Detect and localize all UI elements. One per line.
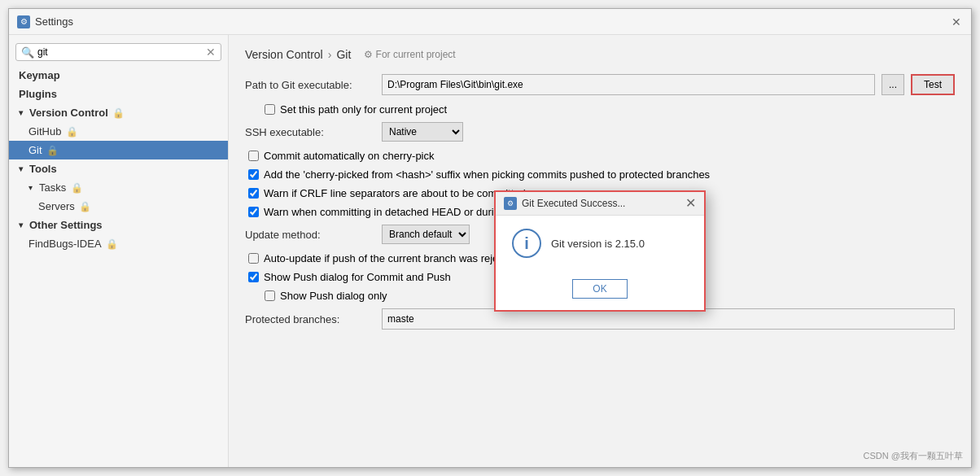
dialog-footer: OK [496,271,704,310]
search-box[interactable]: 🔍 ✕ [15,43,221,61]
search-input[interactable] [37,46,203,58]
main-content: Version Control › Git ⚙ For current proj… [229,35,971,467]
sidebar-item-label: Tools [29,163,57,175]
git-icon: 🔒 [47,145,59,156]
dialog-message: Git version is 2.15.0 [551,238,645,250]
chevron-down-icon: ▾ [19,221,23,229]
sidebar-item-plugins[interactable]: Plugins [9,85,228,103]
sidebar-item-label: FindBugs-IDEA [28,238,102,250]
dialog-overlay: ⚙ Git Executed Success... ✕ i Git versio… [229,35,971,467]
sidebar-item-version-control[interactable]: ▾ Version Control 🔒 [9,103,228,122]
sidebar-item-label: GitHub [28,125,61,138]
chevron-down-icon: ▾ [19,164,23,173]
dialog-title-left: ⚙ Git Executed Success... [504,197,625,210]
tasks-icon: 🔒 [71,182,82,194]
sidebar-item-label: Other Settings [29,219,103,231]
sidebar-item-tools[interactable]: ▾ Tools [9,159,228,178]
dialog-body: i Git version is 2.15.0 [496,216,704,271]
dialog-title-bar: ⚙ Git Executed Success... ✕ [496,192,704,216]
dialog-info-icon: i [512,229,541,258]
sidebar-item-github[interactable]: GitHub 🔒 [9,122,228,141]
dialog-close-button[interactable]: ✕ [685,197,696,210]
sidebar-item-tasks[interactable]: ▾ Tasks 🔒 [9,178,228,197]
dialog-title: Git Executed Success... [522,198,625,209]
sidebar: 🔍 ✕ Keymap Plugins ▾ Version Control 🔒 G… [9,35,229,467]
window-title: Settings [35,15,73,28]
sidebar-item-label: Keymap [19,69,60,81]
dialog-ok-button[interactable]: OK [572,279,627,299]
servers-icon: 🔒 [80,201,91,212]
content-area: 🔍 ✕ Keymap Plugins ▾ Version Control 🔒 G… [9,35,971,467]
settings-window: ⚙ Settings ✕ 🔍 ✕ Keymap Plugins ▾ Versio… [8,8,972,468]
sidebar-item-findbugs[interactable]: FindBugs-IDEA 🔒 [9,234,228,253]
search-clear-button[interactable]: ✕ [206,46,216,59]
dialog-title-icon: ⚙ [504,197,517,210]
sidebar-item-label: Tasks [39,181,66,194]
sidebar-item-label: Servers [38,200,75,212]
chevron-down-icon: ▾ [19,108,23,117]
sidebar-item-label: Git [28,144,42,156]
title-bar-left: ⚙ Settings [17,15,73,28]
success-dialog: ⚙ Git Executed Success... ✕ i Git versio… [494,190,706,312]
github-icon: 🔒 [66,126,77,138]
settings-window-icon: ⚙ [17,15,30,28]
sidebar-item-git[interactable]: Git 🔒 [9,141,228,159]
sidebar-item-label: Plugins [19,88,57,100]
sidebar-item-other-settings[interactable]: ▾ Other Settings [9,216,228,234]
sidebar-item-keymap[interactable]: Keymap [9,66,228,85]
chevron-down-icon: ▾ [28,183,33,192]
sidebar-item-label: Version Control [29,107,108,119]
version-control-icon: 🔒 [113,107,125,119]
sidebar-item-servers[interactable]: Servers 🔒 [9,197,228,216]
title-bar: ⚙ Settings ✕ [9,9,971,35]
findbugs-icon: 🔒 [107,238,118,250]
search-icon: 🔍 [21,46,34,59]
window-close-button[interactable]: ✕ [950,15,963,28]
